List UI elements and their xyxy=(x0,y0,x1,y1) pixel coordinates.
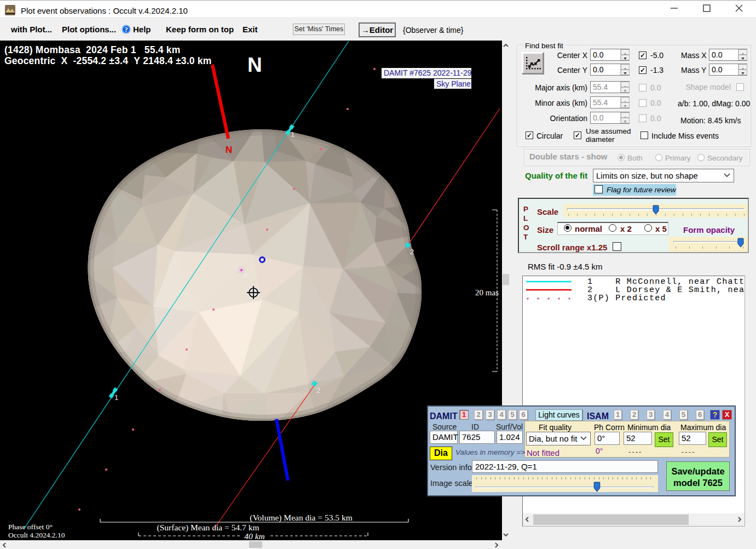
svg-text:?: ? xyxy=(125,26,128,33)
svg-text:(1428) Mombasa 2024 Feb 1 5: (1428) Mombasa 2024 Feb 1 55.4 km xyxy=(4,44,180,55)
svg-text:Geocentric X -2554.2 ±3.4 Y: Geocentric X -2554.2 ±3.4 Y 2148.4 ±3.0 … xyxy=(4,55,211,66)
svg-text:DAMIT #7625 2022-11-29: DAMIT #7625 2022-11-29 xyxy=(384,68,472,77)
svg-text:3: 3 xyxy=(243,271,247,279)
svg-text:2: 2 xyxy=(316,386,320,394)
svg-text:N: N xyxy=(247,54,262,76)
svg-text:20 mas: 20 mas xyxy=(475,288,499,297)
svg-text:Phase offset 0°: Phase offset 0° xyxy=(8,523,53,531)
svg-text:N: N xyxy=(226,145,232,155)
svg-text:1: 1 xyxy=(291,130,295,139)
svg-text:Occult 4.2024.2.10: Occult 4.2024.2.10 xyxy=(8,531,65,539)
svg-text:1: 1 xyxy=(114,393,118,402)
svg-text:(Volume) Mean dia = 53.5 km: (Volume) Mean dia = 53.5 km xyxy=(250,513,353,523)
svg-text:40 km: 40 km xyxy=(244,531,264,540)
svg-text:2: 2 xyxy=(410,248,414,256)
svg-text:Sky Plane: Sky Plane xyxy=(436,79,471,88)
